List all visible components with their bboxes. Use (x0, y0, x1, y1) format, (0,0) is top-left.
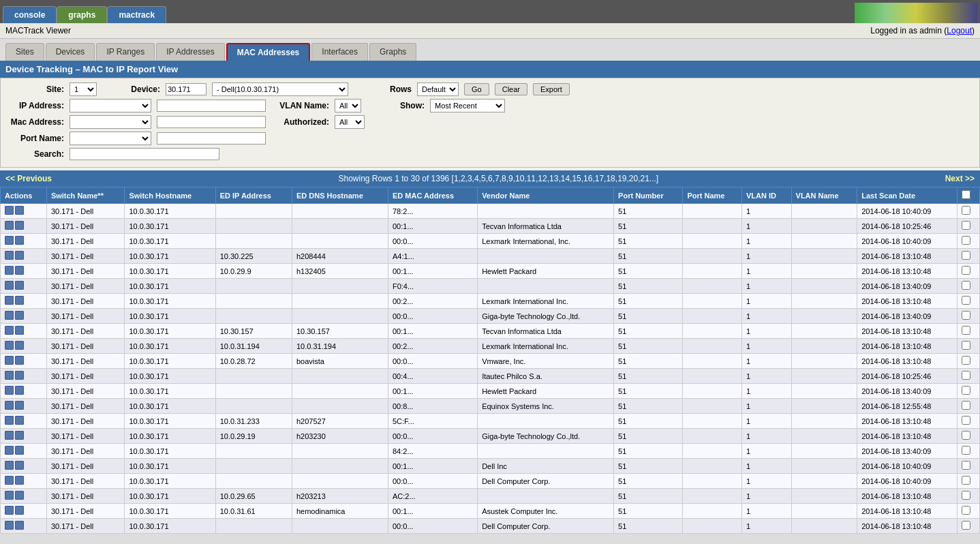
row-checkbox[interactable] (962, 386, 970, 395)
logout-link[interactable]: Logout (947, 26, 972, 35)
row-checkbox[interactable] (962, 266, 970, 275)
col-scan-date[interactable]: Last Scan Date (857, 187, 958, 204)
action-icon-1[interactable] (5, 446, 14, 455)
col-vendor[interactable]: Vendor Name (478, 187, 614, 204)
col-vlan-id[interactable]: VLAN ID (742, 187, 792, 204)
action-icon-1[interactable] (5, 311, 14, 320)
action-icon-2[interactable] (15, 341, 24, 350)
row-checkbox[interactable] (962, 506, 970, 515)
row-checkbox[interactable] (962, 251, 970, 260)
action-icon-1[interactable] (5, 431, 14, 440)
action-icon-1[interactable] (5, 506, 14, 515)
col-ed-ip[interactable]: ED IP Address (215, 187, 292, 204)
top-tab-graphs[interactable]: graphs (57, 6, 107, 23)
action-icon-1[interactable] (5, 416, 14, 425)
device-name-select[interactable]: - Dell(10.0.30.171) (212, 82, 348, 96)
action-icon-2[interactable] (15, 251, 24, 260)
row-checkbox[interactable] (962, 521, 970, 530)
action-icon-1[interactable] (5, 521, 14, 530)
tab-devices[interactable]: Devices (46, 43, 95, 61)
action-icon-2[interactable] (15, 416, 24, 425)
action-icon-2[interactable] (15, 446, 24, 455)
action-icon-1[interactable] (5, 386, 14, 395)
col-checkbox-all[interactable] (957, 187, 979, 204)
col-port-num[interactable]: Port Number (614, 187, 683, 204)
top-tab-mactrack[interactable]: mactrack (107, 6, 166, 23)
row-checkbox[interactable] (962, 446, 970, 455)
action-icon-2[interactable] (15, 266, 24, 275)
row-checkbox[interactable] (962, 221, 970, 230)
action-icon-1[interactable] (5, 281, 14, 290)
rows-select[interactable]: Default 30 50 100 (417, 82, 459, 96)
action-icon-1[interactable] (5, 401, 14, 410)
prev-button[interactable]: << Previous (5, 174, 52, 183)
port-name-select[interactable] (70, 132, 151, 145)
row-checkbox[interactable] (962, 371, 970, 380)
action-icon-1[interactable] (5, 326, 14, 335)
row-checkbox[interactable] (962, 281, 970, 290)
select-all-checkbox[interactable] (962, 190, 970, 199)
row-checkbox[interactable] (962, 296, 970, 305)
vlan-name-select[interactable]: All (335, 99, 361, 112)
row-checkbox[interactable] (962, 326, 970, 335)
action-icon-2[interactable] (15, 311, 24, 320)
row-checkbox[interactable] (962, 431, 970, 440)
tab-graphs[interactable]: Graphs (369, 43, 416, 61)
action-icon-2[interactable] (15, 461, 24, 470)
tab-ip-ranges[interactable]: IP Ranges (96, 43, 155, 61)
tab-ip-addresses[interactable]: IP Addresses (156, 43, 225, 61)
action-icon-1[interactable] (5, 251, 14, 260)
action-icon-2[interactable] (15, 326, 24, 335)
action-icon-2[interactable] (15, 431, 24, 440)
go-button[interactable]: Go (464, 83, 489, 95)
row-checkbox[interactable] (962, 416, 970, 425)
action-icon-2[interactable] (15, 296, 24, 305)
row-checkbox[interactable] (962, 401, 970, 410)
row-checkbox[interactable] (962, 206, 970, 215)
mac-address-input[interactable] (157, 116, 266, 128)
action-icon-1[interactable] (5, 371, 14, 380)
action-icon-1[interactable] (5, 476, 14, 485)
tab-mac-addresses[interactable]: MAC Addresses (226, 43, 311, 61)
action-icon-1[interactable] (5, 236, 14, 245)
action-icon-1[interactable] (5, 296, 14, 305)
col-port-name[interactable]: Port Name (683, 187, 742, 204)
port-name-input[interactable] (157, 132, 266, 145)
authorized-select[interactable]: All Yes No (335, 115, 365, 129)
row-checkbox[interactable] (962, 236, 970, 245)
ip-address-select[interactable] (70, 99, 151, 112)
action-icon-1[interactable] (5, 341, 14, 350)
site-select[interactable]: 1 (70, 82, 97, 96)
action-icon-1[interactable] (5, 221, 14, 230)
row-checkbox[interactable] (962, 311, 970, 320)
next-button[interactable]: Next >> (945, 174, 975, 183)
action-icon-2[interactable] (15, 236, 24, 245)
col-switch-name[interactable]: Switch Name** (46, 187, 125, 204)
clear-button[interactable]: Clear (495, 83, 527, 95)
mac-address-select[interactable] (70, 115, 151, 129)
action-icon-2[interactable] (15, 371, 24, 380)
row-checkbox[interactable] (962, 356, 970, 365)
action-icon-2[interactable] (15, 506, 24, 515)
top-tab-console[interactable]: console (3, 6, 57, 23)
row-checkbox[interactable] (962, 461, 970, 470)
action-icon-2[interactable] (15, 476, 24, 485)
row-checkbox[interactable] (962, 341, 970, 350)
row-checkbox[interactable] (962, 476, 970, 485)
action-icon-1[interactable] (5, 356, 14, 365)
tab-sites[interactable]: Sites (5, 43, 44, 61)
action-icon-2[interactable] (15, 221, 24, 230)
action-icon-2[interactable] (15, 521, 24, 530)
col-ed-mac[interactable]: ED MAC Address (388, 187, 477, 204)
action-icon-1[interactable] (5, 491, 14, 500)
action-icon-1[interactable] (5, 461, 14, 470)
device-number-input[interactable] (166, 83, 206, 95)
show-select[interactable]: Most Recent All (430, 99, 505, 112)
col-ed-dns[interactable]: ED DNS Hostname (292, 187, 388, 204)
action-icon-2[interactable] (15, 401, 24, 410)
action-icon-2[interactable] (15, 356, 24, 365)
search-input[interactable] (70, 148, 219, 160)
export-button[interactable]: Export (533, 83, 570, 95)
col-vlan-name[interactable]: VLAN Name (791, 187, 857, 204)
col-switch-hostname[interactable]: Switch Hostname (125, 187, 215, 204)
